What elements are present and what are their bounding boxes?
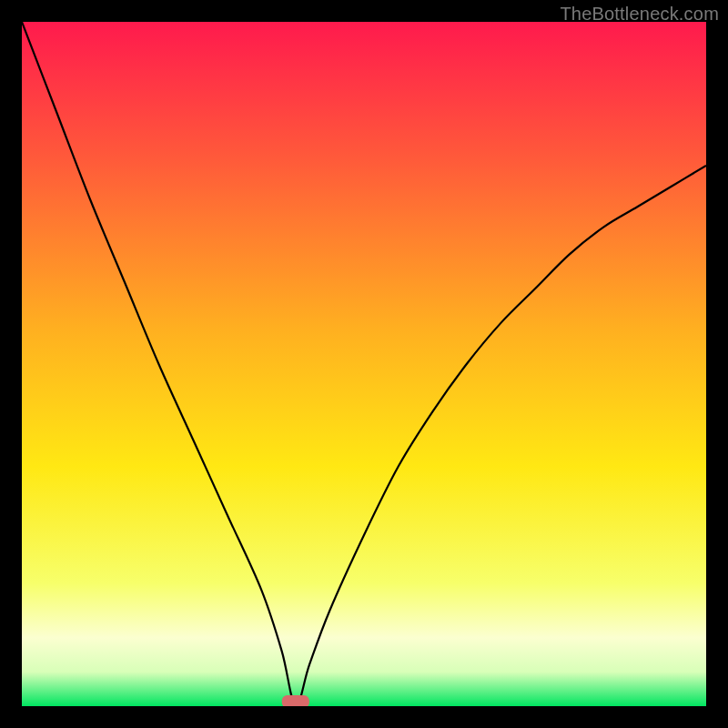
bottleneck-chart <box>22 22 706 706</box>
gradient-background <box>22 22 706 706</box>
chart-frame <box>22 22 706 706</box>
dip-marker <box>282 695 309 706</box>
